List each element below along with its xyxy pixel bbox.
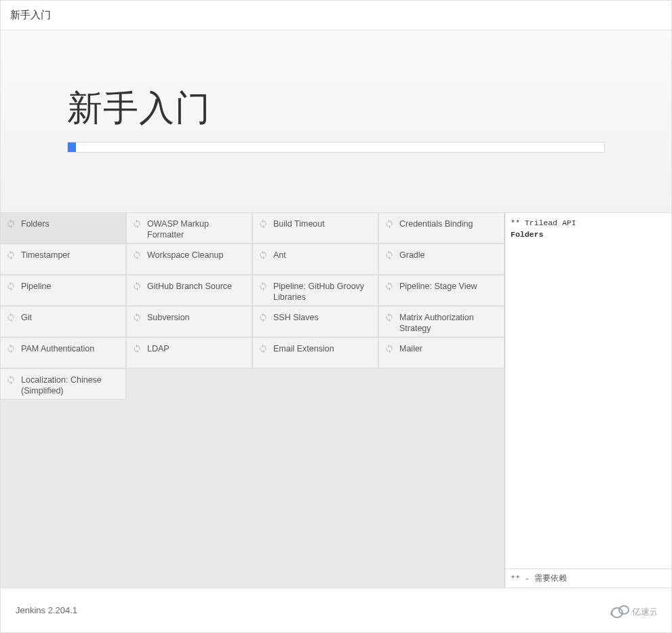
log-footer: ** - 需要依赖: [505, 569, 671, 588]
refresh-icon: [6, 219, 16, 229]
plugin-label: Pipeline: GitHub Groovy Libraries: [273, 281, 372, 303]
cloud-logo-icon: 亿速云: [608, 600, 656, 621]
window-title: 新手入门: [1, 1, 671, 31]
plugin-item[interactable]: Timestamper: [0, 244, 126, 275]
refresh-icon: [132, 313, 142, 322]
plugin-label: Ant: [273, 250, 286, 261]
plugin-label: Pipeline: [21, 281, 51, 292]
page-title: 新手入门: [67, 85, 605, 132]
svg-point-1: [619, 606, 629, 614]
log-body: ** Trilead API Folders: [505, 213, 671, 569]
refresh-icon: [6, 313, 16, 322]
refresh-icon: [132, 282, 142, 291]
plugin-label: Folders: [21, 218, 50, 229]
plugin-item[interactable]: SSH Slaves: [252, 306, 378, 337]
hero-section: 新手入门: [1, 31, 671, 212]
plugin-item[interactable]: LDAP: [126, 337, 252, 368]
refresh-icon: [132, 344, 142, 353]
version-label: Jenkins 2.204.1: [16, 605, 77, 615]
plugin-item[interactable]: Ant: [252, 244, 378, 275]
plugin-label: GitHub Branch Source: [147, 281, 232, 292]
refresh-icon: [258, 219, 268, 229]
plugin-item[interactable]: OWASP Markup Formatter: [126, 212, 252, 244]
plugin-label: Subversion: [147, 312, 190, 323]
brand-text: 亿速云: [631, 607, 656, 617]
plugin-label: PAM Authentication: [21, 343, 94, 354]
refresh-icon: [6, 375, 16, 385]
plugin-label: Build Timeout: [273, 218, 325, 229]
plugin-item[interactable]: Workspace Cleanup: [126, 244, 252, 275]
plugin-label: Mailer: [399, 343, 422, 354]
brand-logo: 亿速云: [608, 600, 656, 621]
refresh-icon: [384, 282, 394, 291]
plugin-item[interactable]: Credentials Binding: [378, 212, 505, 244]
refresh-icon: [6, 344, 16, 353]
plugin-label: SSH Slaves: [273, 312, 319, 323]
refresh-icon: [258, 344, 268, 353]
plugin-item[interactable]: GitHub Branch Source: [126, 275, 252, 306]
plugin-item[interactable]: Git: [0, 306, 126, 337]
refresh-icon: [384, 250, 394, 260]
plugin-item[interactable]: Email Extension: [252, 337, 378, 368]
plugin-label: Email Extension: [273, 343, 334, 354]
footer: Jenkins 2.204.1 亿速云: [1, 588, 671, 632]
plugin-item[interactable]: Pipeline: GitHub Groovy Libraries: [252, 275, 378, 306]
progress-bar: [67, 142, 605, 153]
plugin-item[interactable]: PAM Authentication: [0, 337, 126, 368]
plugin-item[interactable]: Subversion: [126, 306, 252, 337]
plugin-label: OWASP Markup Formatter: [147, 218, 246, 241]
log-line-current: Folders: [511, 229, 666, 240]
refresh-icon: [258, 282, 268, 291]
refresh-icon: [384, 219, 394, 229]
refresh-icon: [384, 313, 394, 322]
refresh-icon: [132, 250, 142, 260]
plugin-label: LDAP: [147, 343, 170, 354]
refresh-icon: [132, 219, 142, 229]
plugin-label: Gradle: [399, 250, 425, 261]
refresh-icon: [384, 344, 394, 353]
log-line: ** Trilead API: [511, 217, 666, 229]
plugin-item[interactable]: Folders: [0, 212, 126, 244]
content-area: FoldersOWASP Markup FormatterBuild Timeo…: [1, 212, 671, 588]
plugin-label: Timestamper: [21, 250, 70, 261]
log-panel: ** Trilead API Folders ** - 需要依赖: [505, 213, 671, 588]
plugin-item[interactable]: Pipeline: Stage View: [378, 275, 505, 306]
plugin-label: Workspace Cleanup: [147, 250, 223, 261]
plugin-item[interactable]: Build Timeout: [252, 212, 378, 244]
app-window: 新手入门 新手入门 FoldersOWASP Markup FormatterB…: [0, 0, 672, 633]
refresh-icon: [6, 250, 16, 260]
plugin-item[interactable]: Pipeline: [0, 275, 126, 306]
plugin-item[interactable]: Gradle: [378, 244, 505, 275]
plugin-item[interactable]: Localization: Chinese (Simplified): [0, 368, 126, 400]
plugin-label: Matrix Authorization Strategy: [399, 312, 498, 334]
plugin-label: Pipeline: Stage View: [399, 281, 477, 292]
plugin-grid: FoldersOWASP Markup FormatterBuild Timeo…: [1, 213, 505, 588]
refresh-icon: [258, 250, 268, 260]
plugin-item[interactable]: Mailer: [378, 337, 505, 368]
refresh-icon: [258, 313, 268, 322]
refresh-icon: [6, 282, 16, 291]
progress-fill: [68, 142, 76, 152]
plugin-label: Git: [21, 312, 32, 323]
plugin-item[interactable]: Matrix Authorization Strategy: [378, 306, 505, 337]
plugin-label: Localization: Chinese (Simplified): [21, 375, 120, 397]
plugin-label: Credentials Binding: [399, 218, 473, 229]
